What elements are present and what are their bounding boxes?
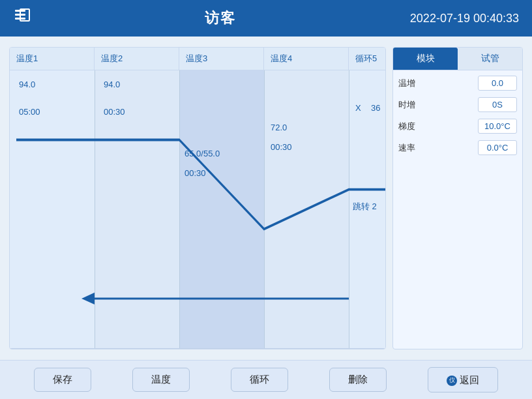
svg-marker-5 (81, 293, 95, 304)
datetime-display: 2022-07-19 00:40:33 (410, 12, 519, 25)
tab-module[interactable]: 模块 (393, 48, 458, 70)
param-label-rate: 速率 (398, 142, 415, 154)
main-content: 温度1 温度2 温度3 温度4 循环5 94.0 05:00 94.0 00:3… (0, 37, 532, 360)
toolbar: 保存 温度 循环 删除 仪 返回 (0, 360, 532, 399)
back-button[interactable]: 仪 返回 (428, 367, 498, 392)
param-list: 温增 0.0 时增 0S 梯度 10.0°C 速率 0.0°C (393, 70, 522, 349)
col-header-4: 温度4 (264, 48, 349, 70)
chart-container: 温度1 温度2 温度3 温度4 循环5 94.0 05:00 94.0 00:3… (9, 47, 386, 349)
delete-button[interactable]: 删除 (329, 368, 387, 392)
param-label-time-inc: 时增 (398, 99, 415, 111)
col-header-5: 循环5 (349, 48, 386, 70)
chart-line (10, 70, 385, 348)
col-header-1: 温度1 (10, 48, 95, 70)
page-title: 访客 (205, 8, 236, 28)
param-value-temp-inc[interactable]: 0.0 (478, 76, 517, 91)
chart-body: 94.0 05:00 94.0 00:30 65.0/55.0 00:30 72… (10, 70, 385, 348)
col-header-2: 温度2 (95, 48, 179, 70)
param-row-time-inc: 时增 0S (398, 97, 517, 112)
scroll-area[interactable]: ◄ ► (10, 348, 385, 349)
param-row-rate: 速率 0.0°C (398, 140, 517, 155)
cycle-button[interactable]: 循环 (231, 368, 288, 392)
back-btn-icon: 仪 (447, 376, 457, 386)
chart-header: 温度1 温度2 温度3 温度4 循环5 (10, 48, 385, 70)
menu-icon[interactable] (13, 7, 31, 29)
param-row-gradient: 梯度 10.0°C (398, 119, 517, 134)
right-panel: 模块 试管 温增 0.0 时增 0S 梯度 10.0°C 速率 0.0°C (392, 47, 523, 349)
tab-tube[interactable]: 试管 (458, 48, 522, 70)
param-value-time-inc[interactable]: 0S (478, 97, 517, 112)
param-row-temp-inc: 温增 0.0 (398, 76, 517, 91)
header: 访客 2022-07-19 00:40:33 (0, 0, 532, 37)
tab-bar: 模块 试管 (393, 48, 522, 70)
save-button[interactable]: 保存 (34, 368, 91, 392)
param-value-rate[interactable]: 0.0°C (478, 140, 517, 155)
temperature-button[interactable]: 温度 (132, 368, 190, 392)
param-label-gradient: 梯度 (398, 121, 415, 132)
param-label-temp-inc: 温增 (398, 78, 415, 89)
col-header-3: 温度3 (179, 48, 264, 70)
watermark-icon-inline: 仪 返回 (447, 374, 479, 387)
param-value-gradient[interactable]: 10.0°C (478, 119, 517, 134)
